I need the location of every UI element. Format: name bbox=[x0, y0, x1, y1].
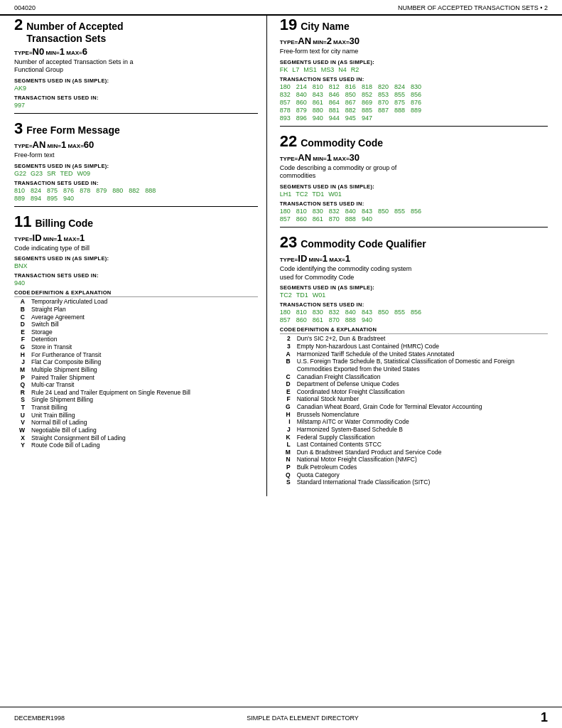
tx-value: 810 bbox=[296, 208, 307, 215]
tx-label: TRANSACTION SETS USED IN: bbox=[280, 76, 548, 82]
tx-value: 180 bbox=[280, 309, 291, 316]
tx-value: 832 bbox=[329, 309, 340, 316]
tx-value: 895 bbox=[47, 195, 58, 202]
code-letter: N bbox=[280, 456, 293, 464]
tx-row: 889894895940 bbox=[14, 195, 258, 202]
tx-row: 857860861870888940 bbox=[280, 215, 548, 223]
tx-row: 180214810812816818820824830 bbox=[280, 83, 548, 90]
code-definition: Brussels Nomenclature bbox=[297, 411, 548, 419]
code-letter: Y bbox=[14, 441, 27, 449]
def-col-header: DEFINITION & EXPLANATION bbox=[297, 326, 548, 333]
tx-value: 940 bbox=[14, 279, 25, 287]
code-row: WNegotiable Bill of Lading bbox=[14, 427, 258, 434]
section-number: 11 bbox=[14, 213, 31, 231]
section-description: Code indicating type of Bill bbox=[14, 245, 258, 253]
tx-label: TRANSACTION SETS USED IN: bbox=[14, 180, 258, 186]
tx-value: 867 bbox=[345, 99, 356, 106]
section-s11: 11Billing CodeTYPE=ID MIN=1 MAX=1Code in… bbox=[14, 213, 258, 454]
tx-value: 850 bbox=[378, 309, 389, 316]
tx-value: 850 bbox=[378, 208, 389, 215]
code-definition: Paired Trailer Shipment bbox=[31, 374, 258, 382]
code-letter: D bbox=[280, 380, 293, 388]
tx-value: 889 bbox=[14, 195, 25, 202]
code-definition: Harmonized Tariff Schedule of the United… bbox=[297, 350, 548, 358]
code-letter: F bbox=[14, 336, 27, 343]
tx-value: 893 bbox=[280, 114, 291, 122]
code-row: YRoute Code Bill of Lading bbox=[14, 441, 258, 449]
code-row: JFlat Car Composite Billing bbox=[14, 358, 258, 366]
tx-value: 840 bbox=[345, 208, 356, 215]
tx-value: 940 bbox=[63, 195, 74, 202]
code-letter: X bbox=[14, 434, 27, 442]
segments-values: LH1TC2TD1W01 bbox=[280, 191, 548, 198]
tx-value: 870 bbox=[329, 316, 340, 323]
code-definition: Straight Plan bbox=[31, 306, 258, 314]
segment-value: SR bbox=[47, 170, 56, 177]
tx-value: 830 bbox=[411, 83, 421, 90]
tx-row: 893896940944945947 bbox=[280, 114, 548, 122]
code-table: CODEDEFINITION & EXPLANATION2Dun's SIC 2… bbox=[280, 326, 548, 486]
tx-value: 810 bbox=[296, 309, 307, 316]
code-col-header: CODE bbox=[280, 326, 293, 333]
tx-value: 861 bbox=[313, 215, 323, 223]
segments-values: G22G23SRTEDW09 bbox=[14, 170, 258, 177]
tx-value: 945 bbox=[345, 114, 356, 122]
code-definition: Temporarily Articulated Load bbox=[31, 298, 258, 306]
segment-value: W09 bbox=[77, 170, 91, 177]
segments-label: SEGMENTS USED IN (AS SIMPLE): bbox=[14, 163, 258, 169]
type-line: TYPE=AN MIN=1 MAX=60 bbox=[14, 139, 258, 150]
code-letter: 3 bbox=[280, 343, 293, 350]
code-definition: Multiple Shipment Billing bbox=[31, 366, 258, 374]
code-letter: M bbox=[280, 449, 293, 456]
tx-value: 876 bbox=[411, 99, 421, 106]
code-row: DDepartment of Defense Unique Codes bbox=[280, 380, 548, 388]
tx-label: TRANSACTION SETS USED IN: bbox=[14, 95, 258, 101]
tx-value: 870 bbox=[378, 99, 389, 106]
tx-value: 880 bbox=[313, 107, 323, 114]
tx-values: 810824875876878879880882888889894895940 bbox=[14, 187, 258, 202]
code-col-header: CODE bbox=[14, 289, 27, 296]
tx-value: 840 bbox=[296, 91, 307, 98]
section-title: 19City Name bbox=[280, 16, 548, 34]
section-description: Code identifying the commodity coding sy… bbox=[280, 265, 548, 282]
code-row: GCanadian Wheat Board, Grain Code for Te… bbox=[280, 403, 548, 411]
code-letter: H bbox=[14, 351, 27, 359]
tx-value: 846 bbox=[329, 91, 340, 98]
code-row: QMulti-car Transit bbox=[14, 381, 258, 389]
tx-value: 882 bbox=[129, 187, 139, 194]
tx-value: 876 bbox=[63, 187, 74, 194]
header-left: 004020 bbox=[14, 4, 36, 11]
section-title: 23Commodity Code Qualifier bbox=[280, 233, 548, 252]
code-letter: M bbox=[14, 366, 27, 374]
tx-value: 888 bbox=[394, 107, 405, 114]
code-letter: S bbox=[280, 478, 293, 486]
section-title: 3Free Form Message bbox=[14, 119, 258, 138]
segments-label: SEGMENTS USED IN (AS SIMPLE): bbox=[280, 284, 548, 291]
header-right: NUMBER OF ACCEPTED TRANSACTION SETS • 2 bbox=[398, 4, 548, 11]
code-definition: Last Contained Contents STCC bbox=[297, 441, 548, 449]
tx-value: 879 bbox=[96, 187, 107, 194]
segments-values: AK9 bbox=[14, 85, 258, 92]
code-letter: A bbox=[280, 350, 293, 358]
segment-value: W01 bbox=[328, 191, 342, 198]
code-definition: Canadian Wheat Board, Grain Code for Ter… bbox=[297, 403, 548, 411]
section-title: 2Number of AcceptedTransaction Sets bbox=[14, 16, 258, 45]
type-line: TYPE=AN MIN=1 MAX=30 bbox=[280, 152, 548, 163]
code-letter: U bbox=[14, 412, 27, 419]
tx-value: 810 bbox=[14, 187, 25, 194]
code-definition: Single Shipment Billing bbox=[31, 396, 258, 404]
tx-values: 997 bbox=[14, 102, 258, 109]
code-letter: P bbox=[280, 464, 293, 471]
footer-page-num: 1 bbox=[541, 710, 548, 725]
tx-value: 878 bbox=[80, 187, 90, 194]
tx-value: 855 bbox=[394, 91, 405, 98]
type-line: TYPE=ID MIN=1 MAX=1 bbox=[280, 253, 548, 264]
tx-value: 812 bbox=[329, 83, 340, 90]
tx-value: 885 bbox=[362, 107, 372, 114]
code-letter: S bbox=[14, 396, 27, 404]
segment-value: N4 bbox=[338, 66, 347, 73]
code-letter: J bbox=[14, 358, 27, 366]
code-definition: Dun's SIC 2+2, Dun & Bradstreet bbox=[297, 335, 548, 343]
code-letter: 2 bbox=[280, 335, 293, 343]
code-row: DSwitch Bill bbox=[14, 321, 258, 328]
